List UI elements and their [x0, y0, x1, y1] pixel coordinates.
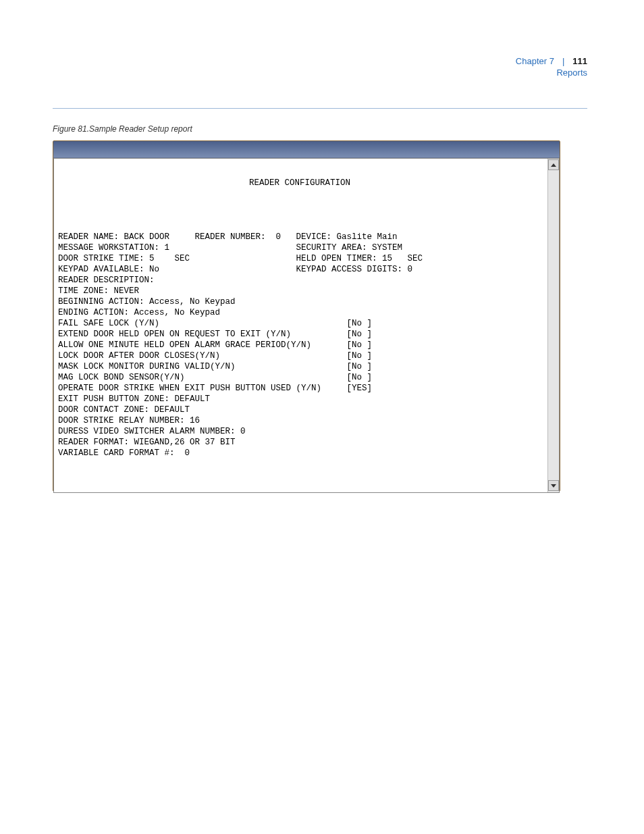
report-title: READER CONFIGURATION — [58, 178, 541, 188]
chevron-up-icon — [551, 163, 556, 167]
section-label: Reports — [516, 67, 587, 78]
scroll-down-button[interactable] — [548, 480, 559, 491]
chevron-down-icon — [551, 484, 556, 488]
chapter-label: Chapter 7 — [516, 55, 554, 67]
report-content: READER CONFIGURATION READER NAME: BACK D… — [54, 159, 548, 492]
window-titlebar — [53, 141, 560, 158]
page-header: Chapter 7 | 111 Reports — [516, 55, 587, 78]
figure-caption: Figure 81.Sample Reader Setup report — [53, 124, 192, 134]
header-separator: | — [562, 55, 564, 67]
vertical-scrollbar[interactable] — [547, 159, 559, 492]
report-body: READER NAME: BACK DOOR READER NUMBER: 0 … — [58, 232, 423, 458]
document-page: Chapter 7 | 111 Reports Figure 81.Sample… — [0, 0, 644, 834]
header-rule — [53, 108, 587, 109]
screenshot-frame: READER CONFIGURATION READER NAME: BACK D… — [53, 140, 560, 492]
scroll-up-button[interactable] — [548, 159, 559, 170]
report-viewport: READER CONFIGURATION READER NAME: BACK D… — [53, 158, 560, 493]
page-number: 111 — [572, 55, 587, 67]
